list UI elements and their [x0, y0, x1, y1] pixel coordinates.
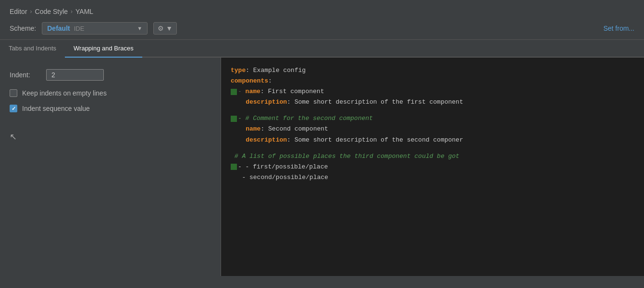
indent-row: Indent: [10, 69, 211, 81]
breadcrumb-editor: Editor [10, 8, 27, 15]
gear-arrow-icon: ▼ [166, 24, 173, 32]
scheme-type: IDE [74, 25, 85, 32]
chevron-down-icon: ▼ [137, 25, 142, 31]
keep-indents-row: Keep indents on empty lines [10, 89, 211, 97]
breadcrumb-code-style: Code Style [35, 8, 68, 15]
code-line-8: # A list of possible places the third co… [231, 151, 634, 162]
breadcrumb-yaml: YAML [75, 8, 93, 15]
indent-sequence-label: Indent sequence value [22, 105, 90, 112]
code-line-7: description: Some short description of t… [231, 135, 634, 145]
set-from-link[interactable]: Set from... [603, 24, 634, 32]
breadcrumb: Editor › Code Style › YAML [10, 8, 634, 15]
code-line-3: - name: First component [231, 86, 634, 97]
code-blank-2 [231, 145, 634, 151]
code-line-1: type: Example config [231, 65, 634, 76]
indent-label: Indent: [10, 71, 38, 79]
seq-marker-2 [231, 116, 237, 122]
code-line-4: description: Some short description of t… [231, 97, 634, 108]
keep-indents-label: Keep indents on empty lines [22, 89, 107, 97]
header: Editor › Code Style › YAML Scheme: Defau… [0, 0, 644, 40]
tabs-bar: Tabs and Indents Wrapping and Braces [0, 40, 644, 58]
code-line-10: - second/possible/place [231, 172, 634, 183]
indent-sequence-checkbox[interactable] [10, 105, 17, 112]
code-preview-panel: type: Example config components: - name:… [221, 58, 644, 276]
code-key-desc1: description [246, 97, 287, 108]
scheme-label: Scheme: [10, 24, 36, 32]
code-value-path1: - - first/possible/place [238, 162, 328, 172]
scheme-name: Default [47, 24, 70, 32]
code-line-5: - # Comment for the second component [231, 113, 634, 124]
indent-sequence-row: Indent sequence value [10, 105, 211, 112]
left-panel: Indent: Keep indents on empty lines Inde… [0, 58, 221, 276]
code-key-name1: name [246, 86, 260, 97]
main-content: Indent: Keep indents on empty lines Inde… [0, 58, 644, 276]
keep-indents-checkbox[interactable] [10, 89, 17, 97]
code-key-type: type [231, 65, 246, 76]
code-key-components: components [231, 76, 268, 86]
gear-button[interactable]: ⚙ ▼ [153, 22, 177, 35]
code-line-9: - - first/possible/place [231, 162, 634, 172]
code-line-2: components: [231, 76, 634, 86]
tab-tabs-and-indents[interactable]: Tabs and Indents [0, 40, 65, 58]
cursor-indicator: ↖ [10, 132, 211, 142]
tab-wrapping-and-braces[interactable]: Wrapping and Braces [65, 40, 142, 58]
seq-marker-3 [231, 164, 237, 170]
breadcrumb-sep2: › [71, 8, 73, 15]
breadcrumb-sep1: › [30, 8, 32, 15]
code-comment-1: - # Comment for the second component [238, 113, 373, 124]
seq-marker-1 [231, 89, 237, 95]
code-blank-1 [231, 108, 634, 113]
indent-input[interactable] [46, 69, 104, 81]
code-value-path2: - second/possible/place [242, 172, 328, 183]
code-key-name2: name [246, 124, 260, 134]
scheme-dropdown[interactable]: Default IDE ▼ [42, 22, 148, 35]
code-line-6: name: Second component [231, 124, 634, 134]
gear-icon: ⚙ [158, 24, 164, 32]
code-key-desc2: description [246, 135, 287, 145]
scheme-row: Scheme: Default IDE ▼ ⚙ ▼ Set from... [10, 22, 634, 35]
code-comment-2: # A list of possible places the third co… [235, 151, 459, 162]
